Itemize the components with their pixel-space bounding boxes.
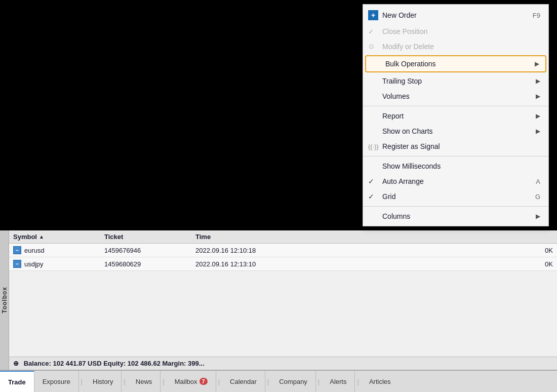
menu-item-modify-delete[interactable]: ⚙ Modify or Delete bbox=[363, 39, 548, 54]
menu-item-show-milliseconds[interactable]: Show Milliseconds bbox=[363, 159, 548, 174]
menu-item-label: Volumes bbox=[382, 92, 536, 100]
table-header: Symbol ▲ Ticket Time bbox=[9, 230, 557, 244]
menu-item-show-on-charts[interactable]: Show on Charts ▶ bbox=[363, 124, 548, 139]
menu-item-label: Register as Signal bbox=[382, 142, 540, 150]
tab-news[interactable]: News bbox=[128, 371, 161, 392]
menu-item-report[interactable]: Report ▶ bbox=[363, 108, 548, 124]
signal-icon: ((·)) bbox=[368, 143, 378, 150]
menu-item-shortcut: A bbox=[536, 178, 540, 185]
tab-alerts[interactable]: Alerts bbox=[322, 371, 355, 392]
tab-separator-7: | bbox=[355, 371, 361, 392]
bottom-tabs: Trade Exposure | History | News | Mailbo… bbox=[0, 370, 557, 392]
context-menu: + New Order F9 ✓ Close Position ⚙ Modify… bbox=[363, 4, 549, 226]
submenu-arrow-icon: ▶ bbox=[536, 213, 540, 220]
menu-item-close-position[interactable]: ✓ Close Position bbox=[363, 24, 548, 39]
menu-item-label: Trailing Stop bbox=[382, 77, 536, 85]
menu-item-bulk-operations[interactable]: Bulk Operations ▶ bbox=[365, 55, 546, 72]
menu-item-register-signal[interactable]: ((·)) Register as Signal bbox=[363, 139, 548, 154]
sort-arrow-icon: ▲ bbox=[39, 234, 44, 240]
tab-separator-2: | bbox=[122, 371, 127, 392]
submenu-arrow-icon: ▶ bbox=[536, 77, 540, 85]
mailbox-badge: 7 bbox=[200, 378, 208, 385]
row-symbol: usdjpy bbox=[24, 260, 44, 268]
row-symbol: eurusd bbox=[24, 247, 45, 254]
menu-item-shortcut: G bbox=[535, 193, 540, 201]
tab-mailbox[interactable]: Mailbox 7 bbox=[167, 371, 216, 392]
check-mark-icon: ✓ bbox=[368, 192, 378, 201]
tab-separator-5: | bbox=[265, 371, 271, 392]
menu-item-label: Report bbox=[382, 112, 536, 120]
row-ticket: 1459680629 bbox=[104, 260, 195, 268]
new-order-icon: + bbox=[368, 10, 378, 20]
tab-exposure[interactable]: Exposure bbox=[34, 371, 79, 392]
check-placeholder: ✓ bbox=[368, 28, 378, 35]
tab-calendar[interactable]: Calendar bbox=[222, 371, 265, 392]
tab-trade[interactable]: Trade bbox=[0, 371, 34, 392]
menu-item-shortcut: F9 bbox=[533, 12, 540, 19]
menu-divider-3 bbox=[363, 206, 548, 207]
tab-history[interactable]: History bbox=[85, 371, 122, 392]
row-minus-icon: − bbox=[13, 246, 21, 254]
submenu-arrow-icon: ▶ bbox=[536, 128, 540, 135]
col-time-header[interactable]: Time bbox=[195, 233, 553, 241]
submenu-arrow-icon: ▶ bbox=[536, 112, 540, 120]
gear-icon: ⚙ bbox=[368, 43, 378, 51]
menu-item-label: Show on Charts bbox=[382, 127, 536, 135]
tab-separator-4: | bbox=[216, 371, 222, 392]
menu-item-label: Show Milliseconds bbox=[382, 162, 540, 170]
submenu-arrow-icon: ▶ bbox=[536, 93, 540, 100]
balance-row: ⊕ Balance: 102 441.87 USD Equity: 102 48… bbox=[9, 357, 557, 370]
menu-item-label: Columns bbox=[382, 212, 536, 220]
menu-item-columns[interactable]: Columns ▶ bbox=[363, 209, 548, 224]
tab-separator-1: | bbox=[79, 371, 85, 392]
menu-item-new-order[interactable]: + New Order F9 bbox=[363, 7, 548, 24]
submenu-arrow-icon: ▶ bbox=[535, 60, 539, 67]
toolbox-label: Toolbox bbox=[1, 287, 8, 313]
check-mark-icon: ✓ bbox=[368, 177, 378, 185]
menu-item-label: Modify or Delete bbox=[382, 43, 540, 51]
row-ticket: 1459676946 bbox=[104, 247, 195, 254]
row-time: 2022.09.16 12:10:18 0K bbox=[195, 247, 553, 254]
col-symbol-header[interactable]: Symbol ▲ bbox=[13, 233, 104, 241]
table-row[interactable]: − eurusd 1459676946 2022.09.16 12:10:18 … bbox=[9, 244, 557, 257]
row-time: 2022.09.16 12:13:10 0K bbox=[195, 260, 553, 268]
tab-separator-3: | bbox=[161, 371, 166, 392]
menu-item-grid[interactable]: ✓ Grid G bbox=[363, 189, 548, 204]
tab-company[interactable]: Company bbox=[271, 371, 316, 392]
plus-icon: ⊕ bbox=[13, 360, 19, 367]
menu-item-trailing-stop[interactable]: Trailing Stop ▶ bbox=[363, 73, 548, 89]
menu-item-label: Grid bbox=[382, 192, 525, 201]
menu-item-label: New Order bbox=[382, 11, 523, 19]
menu-divider-2 bbox=[363, 156, 548, 156]
table-row[interactable]: − usdjpy 1459680629 2022.09.16 12:13:10 … bbox=[9, 257, 557, 271]
row-minus-icon: − bbox=[13, 260, 21, 268]
menu-item-label: Auto Arrange bbox=[382, 177, 526, 185]
menu-item-auto-arrange[interactable]: ✓ Auto Arrange A bbox=[363, 174, 548, 189]
tab-separator-6: | bbox=[316, 371, 322, 392]
menu-divider-1 bbox=[363, 106, 548, 106]
col-ticket-header[interactable]: Ticket bbox=[104, 233, 195, 241]
menu-item-label: Bulk Operations bbox=[385, 60, 535, 68]
toolbox-sidebar: Toolbox bbox=[0, 230, 9, 370]
table-area: Symbol ▲ Ticket Time − eurusd 1459676946… bbox=[9, 230, 557, 370]
menu-item-label: Close Position bbox=[382, 27, 540, 35]
menu-item-volumes[interactable]: Volumes ▶ bbox=[363, 89, 548, 104]
tab-articles[interactable]: Articles bbox=[361, 371, 399, 392]
